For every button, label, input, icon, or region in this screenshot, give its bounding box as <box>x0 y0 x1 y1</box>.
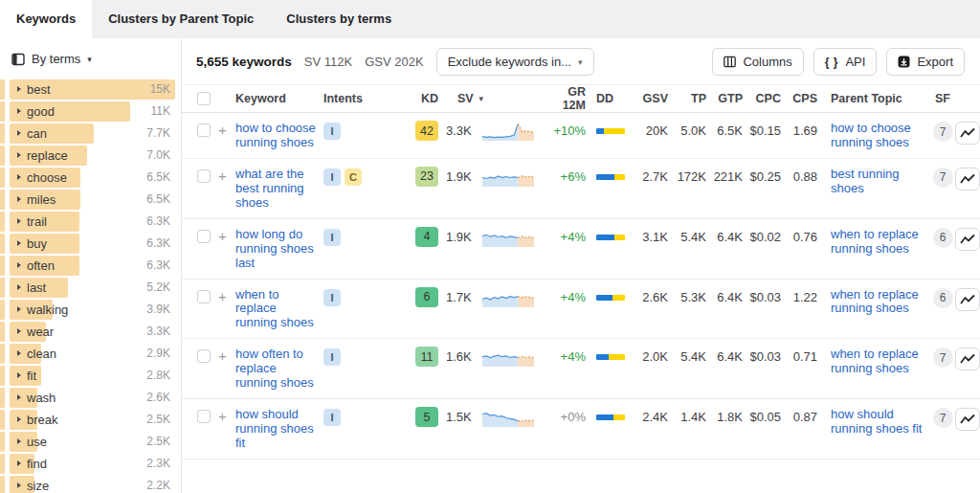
parent-topic-link[interactable]: when to replace running shoes <box>831 347 930 376</box>
add-keyword-icon[interactable]: + <box>216 122 227 138</box>
parent-topic-link[interactable]: how to choose running shoes <box>831 122 930 150</box>
col-header-tp[interactable]: TP <box>674 92 712 105</box>
term-filter-item[interactable]: choose6.5K <box>0 167 175 188</box>
terms-filter-dropdown[interactable]: By terms ▾ <box>0 38 181 77</box>
term-filter-item[interactable]: find2.3K <box>0 453 175 474</box>
term-filter-item[interactable]: last5.2K <box>0 277 175 298</box>
row-checkbox[interactable] <box>197 123 211 137</box>
trend-chart-button[interactable] <box>955 408 980 431</box>
cpc-value: $0.15 <box>748 122 787 140</box>
expand-triangle-icon[interactable] <box>17 196 21 202</box>
col-header-gr-12m[interactable]: GR 12M <box>542 85 591 112</box>
parent-topic-link[interactable]: how should running shoes fit <box>831 408 930 437</box>
expand-triangle-icon[interactable] <box>17 284 21 290</box>
expand-triangle-icon[interactable] <box>17 240 21 246</box>
term-filter-item[interactable]: clean2.9K <box>0 343 175 364</box>
term-filter-item[interactable]: walking3.9K <box>0 299 175 320</box>
row-checkbox[interactable] <box>197 169 211 183</box>
tab-clusters-by-parent-topic[interactable]: Clusters by Parent Topic <box>92 0 270 38</box>
row-checkbox[interactable] <box>197 349 211 363</box>
exclude-keywords-dropdown[interactable]: Exclude keywords in... ▾ <box>436 48 594 76</box>
term-filter-item[interactable]: often6.3K <box>0 255 175 276</box>
row-checkbox[interactable] <box>197 410 211 423</box>
expand-triangle-icon[interactable] <box>17 394 21 400</box>
term-filter-item[interactable]: miles6.5K <box>0 189 175 210</box>
term-filter-item[interactable]: break2.5K <box>0 409 175 430</box>
sv-value: 1.9K <box>444 228 482 246</box>
col-header-parent-topic[interactable]: Parent Topic <box>823 92 930 105</box>
term-filter-item[interactable]: can7.7K <box>0 123 175 144</box>
add-keyword-icon[interactable]: + <box>216 408 227 424</box>
col-header-sv[interactable]: SV ▼ <box>444 92 482 105</box>
select-all-checkbox[interactable] <box>197 92 211 105</box>
term-bar-wrap: replace7.0K <box>10 146 175 166</box>
col-header-dd[interactable]: DD <box>591 92 634 105</box>
expand-triangle-icon[interactable] <box>17 328 21 334</box>
expand-triangle-icon[interactable] <box>17 460 21 466</box>
term-filter-item[interactable]: size2.2K <box>0 475 175 493</box>
expand-triangle-icon[interactable] <box>17 218 21 224</box>
add-keyword-icon[interactable]: + <box>216 288 227 304</box>
trend-chart-button[interactable] <box>955 228 980 251</box>
parent-topic-link[interactable]: when to replace running shoes <box>831 288 930 317</box>
expand-triangle-icon[interactable] <box>17 482 21 488</box>
add-keyword-icon[interactable]: + <box>216 168 227 184</box>
col-header-keyword[interactable]: Keyword <box>235 92 323 105</box>
columns-button[interactable]: Columns <box>712 48 803 76</box>
add-keyword-icon[interactable]: + <box>216 347 227 364</box>
term-filter-item[interactable]: trail6.3K <box>0 211 175 232</box>
row-checkbox[interactable] <box>197 290 211 303</box>
expand-triangle-icon[interactable] <box>17 152 21 158</box>
term-filter-item[interactable]: buy6.3K <box>0 233 175 254</box>
expand-triangle-icon[interactable] <box>17 174 21 180</box>
gr-12m-value: +4% <box>542 347 591 366</box>
keyword-link[interactable]: how often to replace running shoes <box>235 347 316 391</box>
term-bar-wrap: clean2.9K <box>10 344 175 364</box>
intent-badge-informational: I <box>323 168 341 186</box>
term-filter-item[interactable]: use2.5K <box>0 431 175 452</box>
expand-triangle-icon[interactable] <box>17 416 21 422</box>
term-minimap-segment <box>0 256 5 276</box>
term-filter-item[interactable]: wash2.6K <box>0 387 175 408</box>
trend-chart-button[interactable] <box>955 122 980 145</box>
col-header-gsv[interactable]: GSV <box>634 92 674 105</box>
cps-value: 0.88 <box>787 168 823 186</box>
parent-topic-link[interactable]: best running shoes <box>831 168 930 196</box>
sv-value: 3.3K <box>444 122 482 140</box>
expand-triangle-icon[interactable] <box>17 350 21 356</box>
expand-triangle-icon[interactable] <box>17 372 21 378</box>
col-header-intents[interactable]: Intents <box>323 92 415 105</box>
expand-triangle-icon[interactable] <box>17 108 21 114</box>
export-button[interactable]: Export <box>886 48 965 76</box>
term-filter-item[interactable]: good11K <box>0 101 175 122</box>
parent-topic-link[interactable]: when to replace running shoes <box>831 228 930 257</box>
term-filter-item[interactable]: replace7.0K <box>0 145 175 166</box>
keyword-link[interactable]: how to choose running shoes <box>235 122 316 150</box>
col-header-sf[interactable]: SF <box>930 92 955 105</box>
expand-triangle-icon[interactable] <box>17 86 21 92</box>
trend-chart-button[interactable] <box>955 288 980 311</box>
row-checkbox[interactable] <box>197 230 211 243</box>
tab-keywords[interactable]: Keywords <box>0 0 92 38</box>
col-header-cps[interactable]: CPS <box>787 92 823 105</box>
tp-value: 172K <box>674 168 712 186</box>
term-filter-item[interactable]: best15K <box>0 78 175 100</box>
trend-chart-button[interactable] <box>955 347 980 370</box>
keyword-link[interactable]: how long do running shoes last <box>235 228 316 271</box>
keyword-link[interactable]: when to replace running shoes <box>235 288 316 331</box>
keyword-link[interactable]: what are the best running shoes <box>235 168 316 211</box>
keyword-link[interactable]: how should running shoes fit <box>235 408 316 451</box>
tab-clusters-by-terms[interactable]: Clusters by terms <box>270 0 408 38</box>
col-header-kd[interactable]: KD <box>415 92 444 105</box>
col-header-cpc[interactable]: CPC <box>748 92 787 105</box>
trend-chart-button[interactable] <box>955 168 980 190</box>
api-button[interactable]: { } API <box>813 48 878 76</box>
col-header-gtp[interactable]: GTP <box>712 92 748 105</box>
add-keyword-icon[interactable]: + <box>216 228 227 244</box>
term-filter-item[interactable]: fit2.8K <box>0 365 175 386</box>
expand-triangle-icon[interactable] <box>17 438 21 444</box>
expand-triangle-icon[interactable] <box>17 306 21 312</box>
term-filter-item[interactable]: wear3.3K <box>0 321 175 342</box>
expand-triangle-icon[interactable] <box>17 262 21 268</box>
expand-triangle-icon[interactable] <box>17 130 21 136</box>
